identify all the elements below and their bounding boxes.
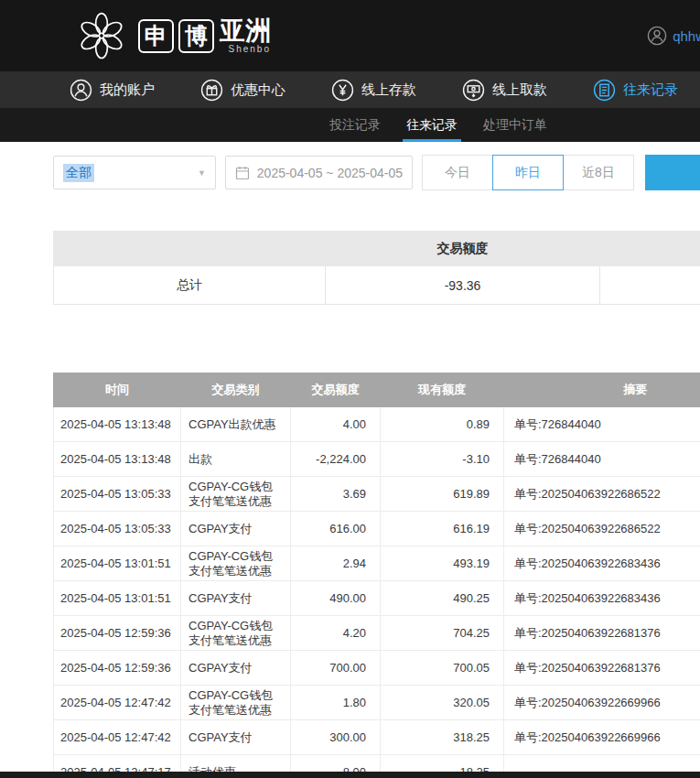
gift-icon: [200, 79, 223, 102]
table-row: 2025-04-05 12:47:42CGPAY支付300.00318.25单号…: [54, 720, 700, 755]
summary-total-value: -93.36: [326, 266, 600, 305]
table-cell: 616.00: [291, 512, 381, 546]
nav-label: 往来记录: [623, 81, 678, 99]
table-cell: 单号:202504063922683436: [504, 546, 700, 581]
table-cell: 490.00: [291, 581, 381, 616]
table-cell: CGPAY-CG钱包 支付笔笔送优惠: [181, 546, 291, 581]
table-row: 2025-04-05 12:59:36CGPAY-CG钱包 支付笔笔送优惠4.2…: [54, 616, 700, 651]
person-icon: [70, 79, 92, 102]
date-range-input[interactable]: 2025-04-05 ~ 2025-04-05: [225, 156, 413, 189]
sub-navigation: 投注记录 往来记录 处理中订单: [0, 108, 700, 142]
brand-char-2: 博: [178, 19, 214, 53]
brand-name-en: Shenbo: [229, 44, 271, 54]
table-cell: 2025-04-05 13:05:33: [54, 512, 181, 546]
summary-header-row: 交易额度: [54, 232, 700, 266]
table-row: 2025-04-05 13:05:33CGPAY-CG钱包 支付笔笔送优惠3.6…: [54, 477, 700, 512]
table-cell: CGPAY出款优惠: [181, 407, 291, 442]
lotus-flower-icon: [77, 11, 126, 60]
table-cell: 4.00: [291, 407, 381, 442]
table-cell: CGPAY-CG钱包 支付笔笔送优惠: [181, 616, 291, 651]
table-cell: 2025-04-05 13:13:48: [54, 442, 181, 477]
filter-bar: 全部 ▼ 2025-04-05 ~ 2025-04-05 今日 昨日 近8日: [0, 142, 700, 203]
table-cell: 0.89: [381, 407, 504, 442]
table-cell: 单号:202504063922681376: [504, 616, 700, 651]
summary-header-cell: [54, 232, 326, 266]
table-cell: 单号:202504063922669966: [504, 720, 700, 755]
table-row: 2025-04-05 13:05:33CGPAY支付616.00616.19单号…: [54, 512, 700, 546]
header-time: 时间: [54, 373, 181, 407]
table-cell: 2.94: [291, 546, 381, 581]
nav-item-my-account[interactable]: 我的账户: [70, 79, 155, 102]
table-cell: CGPAY-CG钱包 支付笔笔送优惠: [181, 477, 291, 512]
brand-logo[interactable]: 申 博 亚洲 Shenbo: [77, 11, 271, 60]
table-cell: 出款: [181, 442, 291, 477]
last8days-button[interactable]: 近8日: [563, 155, 634, 190]
nav-item-transactions[interactable]: 往来记录: [593, 79, 678, 102]
table-header-row: 时间 交易类别 交易额度 现有额度 摘要: [54, 373, 700, 407]
table-row: 2025-04-05 12:59:36CGPAY支付700.00700.05单号…: [54, 651, 700, 686]
table-cell: CGPAY支付: [181, 581, 291, 616]
summary-total-label: 总计: [54, 266, 326, 305]
table-cell: 2025-04-05 13:01:51: [54, 581, 181, 616]
table-cell: 704.25: [381, 616, 504, 651]
table-cell: 单号:202504063922686522: [504, 477, 700, 512]
table-cell: CGPAY-CG钱包 支付笔笔送优惠: [181, 686, 291, 720]
nav-item-withdraw[interactable]: 线上取款: [462, 79, 547, 102]
table-cell: 619.89: [381, 477, 504, 512]
summary-empty-cell: [600, 266, 700, 305]
table-cell: 2025-04-05 12:59:36: [54, 616, 181, 651]
type-select[interactable]: 全部 ▼: [53, 156, 216, 189]
table-cell: 4.20: [291, 616, 381, 651]
table-row: 2025-04-05 13:01:51CGPAY支付490.00490.25单号…: [54, 581, 700, 616]
nav-label: 我的账户: [100, 81, 155, 99]
table-cell: 单号:726844040: [504, 442, 700, 477]
header-type: 交易类别: [181, 373, 291, 407]
table-cell: 2025-04-05 13:13:48: [54, 407, 181, 442]
summary-total-row: 总计 -93.36: [54, 266, 700, 305]
table-cell: 3.69: [291, 477, 381, 512]
yen-coin-icon: [331, 79, 354, 102]
table-cell: 2025-04-05 12:59:36: [54, 651, 181, 686]
table-cell: 320.05: [381, 686, 504, 720]
date-range-value: 2025-04-05 ~ 2025-04-05: [257, 166, 403, 180]
table-row: 2025-04-05 13:13:48出款-2,224.00-3.10单号:72…: [54, 442, 700, 477]
table-cell: CGPAY支付: [181, 720, 291, 755]
main-navigation: 我的账户 优惠中心 线上存款 线上: [0, 71, 700, 108]
tab-processing-orders[interactable]: 处理中订单: [483, 108, 547, 142]
nav-label: 线上取款: [492, 81, 547, 99]
summary-title: 交易额度: [326, 232, 600, 266]
footer-bar: [0, 772, 700, 778]
table-cell: 493.19: [381, 546, 504, 581]
records-icon: [593, 79, 616, 102]
table-cell: 单号:202504063922669966: [504, 686, 700, 720]
table-cell: 490.25: [381, 581, 504, 616]
chevron-down-icon: ▼: [198, 168, 206, 178]
transactions-tbody: 2025-04-05 13:13:48CGPAY出款优惠4.000.89单号:7…: [54, 407, 700, 778]
table-cell: 单号:726844040: [504, 407, 700, 442]
table-cell: 单号:202504063922681376: [504, 651, 700, 686]
search-button[interactable]: [645, 155, 700, 190]
tab-transaction-records[interactable]: 往来记录: [406, 108, 458, 142]
nav-item-promotions[interactable]: 优惠中心: [200, 79, 285, 102]
table-cell: 单号:202504063922683436: [504, 581, 700, 616]
tab-betting-records[interactable]: 投注记录: [329, 108, 381, 142]
table-cell: -3.10: [381, 442, 504, 477]
nav-label: 线上存款: [361, 81, 416, 99]
table-cell: 单号:202504063922686522: [504, 512, 700, 546]
nav-item-deposit[interactable]: 线上存款: [331, 79, 416, 102]
summary-table: 交易额度 总计 -93.36: [53, 231, 700, 305]
header-remark: 摘要: [504, 373, 700, 407]
quick-range-buttons: 今日 昨日 近8日: [422, 155, 634, 190]
table-cell: 2025-04-05 13:01:51: [54, 546, 181, 581]
today-button[interactable]: 今日: [422, 155, 493, 190]
calendar-icon: [235, 166, 250, 180]
table-cell: 2025-04-05 12:47:42: [54, 720, 181, 755]
user-avatar-icon: [647, 26, 667, 46]
table-row: 2025-04-05 12:47:42CGPAY-CG钱包 支付笔笔送优惠1.8…: [54, 686, 700, 720]
yesterday-button[interactable]: 昨日: [492, 155, 564, 190]
nav-label: 优惠中心: [231, 81, 285, 99]
account-menu[interactable]: qhhw: [647, 26, 700, 46]
type-select-value: 全部: [63, 164, 94, 182]
table-cell: 1.80: [291, 686, 381, 720]
table-row: 2025-04-05 13:01:51CGPAY-CG钱包 支付笔笔送优惠2.9…: [54, 546, 700, 581]
